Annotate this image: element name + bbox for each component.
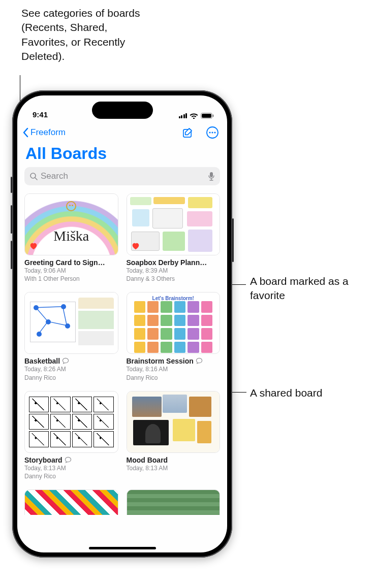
back-label: Freeform <box>30 127 66 138</box>
board-subtitle: With 1 Other Person <box>24 275 118 283</box>
screen: 9:41 Freeform <box>17 95 227 552</box>
thumb-text: Let's Brainstorm! <box>127 296 220 301</box>
battery-icon <box>201 113 214 119</box>
board-subtitle: Danny Rico <box>24 472 118 480</box>
board-card[interactable]: Let's Brainstorm! Brainstorm Session Tod… <box>127 292 221 381</box>
board-subtitle: Danny & 3 Others <box>127 275 221 283</box>
board-time: Today, 8:13 AM <box>127 464 221 472</box>
svg-point-7 <box>214 132 215 133</box>
svg-rect-1 <box>202 114 211 118</box>
power-button <box>232 218 234 262</box>
board-title: Soapbox Derby Plann… <box>127 258 207 267</box>
board-time: Today, 9:06 AM <box>24 267 118 275</box>
board-thumbnail: Miška <box>24 193 118 255</box>
callout-favorite: A board marked as a favorite <box>250 274 367 303</box>
board-thumbnail <box>127 193 221 255</box>
board-thumbnail: Let's Brainstorm! <box>127 292 221 354</box>
callout-categories: See categories of boards (Recents, Share… <box>21 6 148 63</box>
mute-switch <box>11 177 12 193</box>
volume-down <box>11 241 12 269</box>
heart-icon <box>131 242 140 251</box>
board-card[interactable]: Basketball Today, 8:26 AM Danny Rico <box>24 292 118 381</box>
board-time: Today, 8:39 AM <box>127 267 221 275</box>
board-card[interactable] <box>24 489 118 515</box>
board-card[interactable] <box>127 489 221 515</box>
svg-rect-10 <box>210 172 213 177</box>
thumb-text: Miška <box>25 228 118 244</box>
svg-point-6 <box>211 132 213 133</box>
more-button[interactable] <box>204 124 221 141</box>
board-title: Brainstorm Session <box>127 357 194 365</box>
shared-icon <box>196 357 203 365</box>
board-subtitle: Danny Rico <box>24 374 118 382</box>
cellular-icon <box>179 113 188 118</box>
board-card[interactable]: Mood Board Today, 8:13 AM <box>127 391 221 480</box>
dynamic-island <box>92 102 153 119</box>
svg-line-9 <box>35 178 37 180</box>
wifi-icon <box>190 113 198 119</box>
board-subtitle: Danny Rico <box>127 374 221 382</box>
ellipsis-circle-icon <box>206 126 219 139</box>
compose-icon <box>182 127 194 139</box>
volume-up <box>11 205 12 234</box>
board-thumbnail <box>24 292 118 354</box>
home-indicator[interactable] <box>89 547 156 549</box>
board-card[interactable]: Soapbox Derby Plann… Today, 8:39 AM Dann… <box>127 193 221 283</box>
new-board-button[interactable] <box>180 125 196 141</box>
board-card[interactable]: Storyboard Today, 8:13 AM Danny Rico <box>24 391 118 480</box>
dictation-icon <box>208 172 215 181</box>
board-title: Mood Board <box>127 456 168 464</box>
search-icon <box>29 172 38 180</box>
board-card[interactable]: Miška Greeting Card to Sign… Today, 9:06… <box>24 193 118 283</box>
board-time: Today, 8:16 AM <box>127 365 221 373</box>
back-button[interactable]: Freeform <box>20 125 68 140</box>
boards-grid[interactable]: Miška Greeting Card to Sign… Today, 9:06… <box>17 190 227 515</box>
board-title: Basketball <box>24 357 60 365</box>
shared-icon <box>62 357 69 365</box>
board-title: Storyboard <box>24 456 63 464</box>
shared-icon <box>65 456 72 464</box>
board-title: Greeting Card to Sign… <box>24 258 105 267</box>
status-time: 9:41 <box>33 110 48 119</box>
chevron-left-icon <box>22 127 29 138</box>
board-thumbnail <box>24 489 118 515</box>
svg-point-5 <box>209 132 210 133</box>
search-input[interactable]: Search <box>24 167 220 185</box>
page-title: All Boards <box>17 143 227 167</box>
svg-rect-2 <box>213 115 214 117</box>
board-thumbnail <box>127 391 221 453</box>
search-placeholder: Search <box>41 171 205 181</box>
board-thumbnail <box>24 391 118 453</box>
callout-shared: A shared board <box>250 386 367 400</box>
heart-icon <box>29 242 38 251</box>
board-time: Today, 8:13 AM <box>24 464 118 472</box>
board-time: Today, 8:26 AM <box>24 365 118 373</box>
iphone-frame: 9:41 Freeform <box>12 90 232 558</box>
nav-bar: Freeform <box>17 121 227 143</box>
board-thumbnail <box>127 489 221 515</box>
